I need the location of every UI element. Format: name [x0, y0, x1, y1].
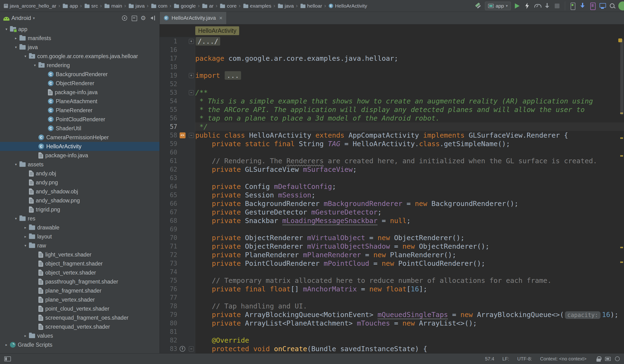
sdk-manager-icon[interactable] [578, 2, 587, 10]
expanded-arrow-icon[interactable]: ▾ [32, 63, 38, 67]
screens-icon[interactable] [605, 357, 611, 361]
tree-item-light_vertex.shader[interactable]: light_vertex.shader [0, 250, 159, 259]
path-item-java[interactable]: java [277, 3, 294, 9]
collapsed-arrow-icon[interactable]: ▸ [22, 225, 28, 230]
project-view-selector[interactable]: Android ▾ [11, 15, 35, 21]
related-files-gutter-icon[interactable] [180, 132, 185, 138]
expanded-arrow-icon[interactable]: ▾ [13, 45, 19, 49]
code-area[interactable]: /.../package com.google.ar.core.examples… [195, 37, 624, 353]
code-line-79[interactable]: private ArrayBlockingQueue<MotionEvent> … [195, 310, 624, 319]
tree-item-andy_shadow.obj[interactable]: andy_shadow.obj [0, 187, 159, 196]
expanded-arrow-icon[interactable]: ▾ [22, 54, 28, 58]
code-line-72[interactable]: private PlaneRenderer mPlaneRenderer = n… [195, 251, 624, 259]
caret-position[interactable]: 57:4 [485, 356, 494, 362]
tree-item-values[interactable]: ▸values [0, 331, 159, 340]
tree-item-app[interactable]: ▾app [0, 25, 159, 34]
collapse-all-icon[interactable] [130, 14, 138, 22]
path-item-examples[interactable]: examples [243, 3, 271, 9]
code-line-57[interactable]: */ [195, 122, 624, 131]
tree-item-java[interactable]: ▾java [0, 43, 159, 52]
settings-gear-icon[interactable] [139, 14, 148, 22]
fold-collapse-icon[interactable]: − [189, 133, 194, 138]
code-line-59[interactable]: private static final String TAG = HelloA… [195, 139, 624, 148]
code-line-75[interactable]: // Temporary matrix allocated here to re… [195, 276, 624, 285]
attach-debugger-icon[interactable] [543, 2, 551, 10]
tree-item-layout[interactable]: ▸layout [0, 232, 159, 241]
tree-item-ShaderUtil[interactable]: ShaderUtil [0, 124, 159, 133]
code-line-58[interactable]: public class HelloArActivity extends App… [195, 131, 624, 139]
collapsed-arrow-icon[interactable]: ▸ [13, 36, 19, 40]
profile-icon[interactable] [533, 2, 541, 10]
warning-stripe-mark[interactable] [620, 261, 623, 263]
path-item-src[interactable]: src [84, 3, 98, 9]
code-line-69[interactable] [195, 225, 624, 234]
code-line-56[interactable]: * tap on a plane to place a 3d model of … [195, 114, 624, 122]
path-item-com[interactable]: com [151, 3, 167, 9]
path-item-google[interactable]: google [173, 3, 196, 9]
code-line-80[interactable]: private ArrayList<PlaneAttachment> mTouc… [195, 319, 624, 327]
tree-item-passthrough_fragment.shader[interactable]: passthrough_fragment.shader [0, 277, 159, 286]
path-item-HelloArActivity[interactable]: HelloArActivity [328, 3, 367, 9]
tree-item-rendering[interactable]: ▾rendering [0, 61, 159, 70]
code-line-54[interactable]: * This is a simple example that shows ho… [195, 97, 624, 105]
code-line-74[interactable] [195, 268, 624, 276]
tree-item-manifests[interactable]: ▸manifests [0, 34, 159, 43]
code-line-16[interactable] [195, 46, 624, 54]
code-line-78[interactable]: // Tap handling and UI. [195, 302, 624, 310]
toolwindow-toggle-icon[interactable] [4, 356, 11, 361]
code-line-66[interactable]: private BackgroundRenderer mBackgroundRe… [195, 199, 624, 208]
tree-item-PlaneRenderer[interactable]: PlaneRenderer [0, 106, 159, 115]
tree-item-andy.png[interactable]: andy.png [0, 178, 159, 187]
tree-item-screenquad_fragment_oes.shader[interactable]: screenquad_fragment_oes.shader [0, 313, 159, 322]
code-line-65[interactable]: private Session mSession; [195, 191, 624, 199]
code-line-67[interactable]: private GestureDetector mGestureDetector… [195, 208, 624, 216]
code-line-63[interactable] [195, 174, 624, 182]
tab-helloaractivity-java[interactable]: HelloArActivity.java × [160, 12, 227, 24]
collapsed-arrow-icon[interactable]: ▸ [3, 343, 9, 347]
fold-expand-icon[interactable]: + [189, 73, 194, 78]
search-everywhere-icon[interactable] [608, 2, 616, 10]
close-icon[interactable]: × [219, 15, 223, 21]
tree-item-com.google.ar.core.examples.java.helloar[interactable]: ▾com.google.ar.core.examples.java.helloa… [0, 52, 159, 61]
notifications-icon[interactable] [615, 356, 620, 361]
code-line-77[interactable] [195, 293, 624, 302]
path-item-java_arcore_hello_ar[interactable]: java_arcore_hello_ar [3, 3, 56, 9]
hide-panel-icon[interactable] [149, 14, 157, 22]
tree-item-PlaneAttachment[interactable]: PlaneAttachment [0, 97, 159, 106]
tree-item-point_cloud_vertex.shader[interactable]: point_cloud_vertex.shader [0, 304, 159, 313]
scroll-from-source-icon[interactable] [121, 14, 129, 22]
code-line-1[interactable]: /.../ [195, 37, 624, 46]
tree-item-object_fragment.shader[interactable]: object_fragment.shader [0, 259, 159, 268]
fold-expand-icon[interactable]: + [189, 39, 194, 44]
tree-item-drawable[interactable]: ▸drawable [0, 223, 159, 232]
device-file-explorer-icon[interactable] [598, 2, 606, 10]
line-separator[interactable]: LF: [502, 356, 509, 362]
warning-stripe-mark[interactable] [620, 247, 623, 248]
path-item-helloar[interactable]: helloar [300, 3, 322, 9]
tree-item-package-info.java[interactable]: package-info.java [0, 151, 159, 160]
tree-item-plane_vertex.shader[interactable]: plane_vertex.shader [0, 295, 159, 304]
code-line-52[interactable] [195, 80, 624, 88]
expanded-arrow-icon[interactable]: ▾ [13, 162, 19, 167]
lock-icon[interactable] [597, 359, 601, 362]
code-line-81[interactable] [195, 327, 624, 336]
avd-manager-icon[interactable] [569, 2, 576, 10]
fold-collapse-icon[interactable]: − [189, 90, 194, 95]
file-encoding[interactable]: UTF-8: [517, 356, 532, 362]
warning-stripe-mark[interactable] [620, 155, 623, 156]
tree-item-ObjectRenderer[interactable]: ObjectRenderer [0, 79, 159, 88]
build-hammer-icon[interactable] [474, 2, 483, 10]
fold-collapse-icon[interactable]: − [189, 346, 194, 351]
warning-stripe-mark[interactable] [620, 137, 623, 139]
apply-changes-icon[interactable] [523, 2, 531, 10]
code-line-53[interactable]: /** [195, 88, 624, 97]
collapsed-arrow-icon[interactable]: ▸ [22, 334, 28, 338]
tree-item-andy.obj[interactable]: andy.obj [0, 169, 159, 178]
code-line-82[interactable]: @Override [195, 336, 624, 344]
tree-item-package-info.java[interactable]: package-info.java [0, 88, 159, 97]
code-line-76[interactable]: private final float[] mAnchorMatrix = ne… [195, 285, 624, 293]
editor-scrollbar[interactable] [620, 39, 624, 115]
tree-item-res[interactable]: ▾res [0, 214, 159, 223]
path-item-main[interactable]: main [104, 3, 122, 9]
code-line-70[interactable]: private ObjectRenderer mVirtualObject = … [195, 234, 624, 242]
